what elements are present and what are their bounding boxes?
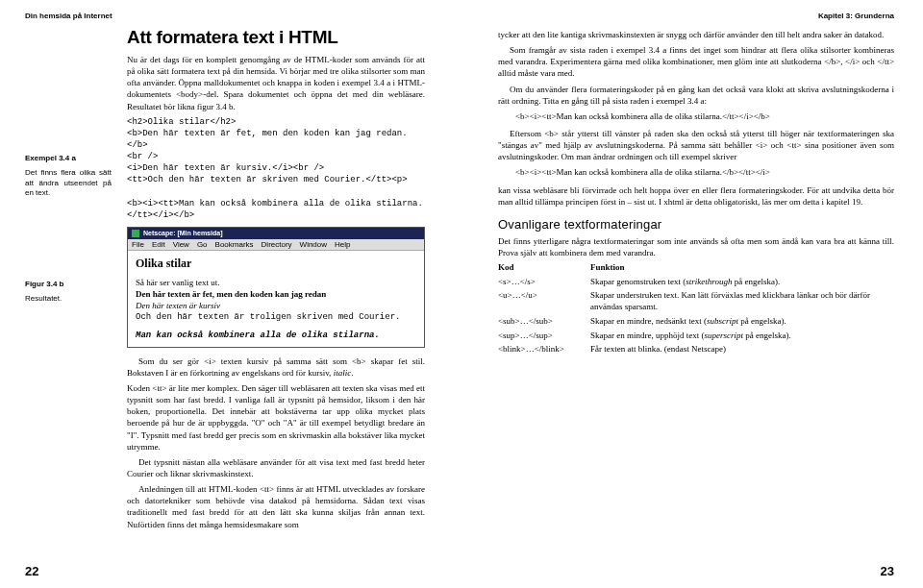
menu-item[interactable]: Window: [300, 240, 327, 249]
body-text: Anledningen till att HTML-koden <tt> fin…: [127, 483, 425, 530]
table-cell: Skapar understruken text. Kan lätt förvä…: [590, 290, 894, 315]
body-text: Det finns ytterligare några textformater…: [498, 235, 894, 258]
menu-item[interactable]: View: [173, 240, 189, 249]
section-heading: Ovanligare textformateringar: [498, 217, 894, 232]
browser-window: Netscape: [Min hemsida] File Edit View G…: [127, 227, 425, 348]
running-head-right: Kapitel 3: Grunderna: [818, 12, 894, 20]
browser-viewport: Olika stilar Så här ser vanlig text ut. …: [128, 251, 424, 347]
table-row: <u>…</u> Skapar understruken text. Kan l…: [498, 290, 894, 315]
text-run: Som du ser gör <i> texten kursiv på samm…: [127, 356, 425, 378]
browser-titlebar: Netscape: [Min hemsida]: [128, 228, 424, 239]
browser-menubar: File Edit View Go Bookmarks Directory Wi…: [128, 239, 424, 251]
menu-item[interactable]: Help: [335, 240, 350, 249]
table-cell: <s>…</s>: [498, 277, 590, 291]
text-run-italic: superscript: [704, 331, 743, 340]
body-text: Koden <tt> är lite mer komplex. Den säge…: [127, 382, 425, 453]
body-text: Nu är det dags för en komplett genomgång…: [127, 54, 425, 112]
margin-note-body: Resultatet.: [25, 294, 112, 305]
text-run-italic: italic: [334, 368, 352, 378]
main-column: Att formatera text i HTML Nu är det dags…: [127, 27, 425, 534]
table-cell: <u>…</u>: [498, 290, 590, 315]
article-heading: Att formatera text i HTML: [127, 27, 425, 48]
app-icon: [132, 230, 139, 237]
table-header: Kod Funktion: [498, 262, 894, 277]
body-text: Som framgår av sista raden i exempel 3.4…: [498, 44, 894, 79]
inline-quote: <b><i><tt>Man kan också kombinera alla d…: [515, 110, 894, 122]
table-header-cell: Funktion: [590, 262, 894, 277]
table-cell: <blink>…</blink>: [498, 344, 590, 358]
text-run: .: [351, 368, 353, 378]
text-run: Skapar en mindre, nedsänkt text (: [590, 316, 707, 326]
text-run: på engelska).: [743, 331, 791, 340]
page-right: Kapitel 3: Grunderna tycker att den lite…: [462, 0, 923, 588]
table-row: <sub>…</sub> Skapar en mindre, nedsänkt …: [498, 316, 894, 331]
margin-note-body: Det finns flera olika sätt att ändra uts…: [25, 168, 112, 199]
table-row: <s>…</s> Skapar genomstruken text (strik…: [498, 277, 894, 291]
window-title: Netscape: [Min hemsida]: [143, 230, 222, 236]
text-run: Skapar genomstruken text (: [590, 277, 686, 286]
body-text: Om du använder flera formateringskoder p…: [498, 84, 894, 107]
page-spread: Din hemsida på Internet Exempel 3.4 a De…: [0, 0, 923, 588]
table-header-cell: Kod: [498, 262, 590, 277]
table-cell: <sub>…</sub>: [498, 316, 590, 331]
table-row: <sup>…</sup> Skapar en mindre, upphöjd t…: [498, 331, 894, 345]
margin-note-title: Figur 3.4 b: [25, 280, 112, 290]
menu-item[interactable]: Edit: [152, 240, 165, 249]
table-cell: <sup>…</sup>: [498, 331, 590, 345]
margin-note-title: Exempel 3.4 a: [25, 154, 112, 164]
body-text: kan vissa webläsare bli förvirrade och h…: [498, 184, 894, 208]
text-run-italic: strikethrough: [686, 277, 732, 286]
code-table: Kod Funktion <s>…</s> Skapar genomstruke…: [498, 262, 894, 358]
body-text: Eftersom <b> står ytterst till vänster p…: [498, 128, 894, 162]
text-run-italic: subscript: [707, 316, 738, 326]
page-left: Din hemsida på Internet Exempel 3.4 a De…: [0, 0, 462, 588]
table-cell: Skapar en mindre, upphöjd text (superscr…: [590, 331, 894, 345]
rendered-line: Och den här texten är troligen skriven m…: [136, 311, 416, 323]
table-cell: Skapar genomstruken text (strikethrough …: [590, 277, 894, 291]
page-number: 23: [881, 564, 894, 578]
menu-item[interactable]: Directory: [262, 240, 292, 249]
running-head-left: Din hemsida på Internet: [25, 12, 112, 20]
rendered-line: Den här texten är fet, men den koden kan…: [136, 288, 416, 300]
menu-item[interactable]: File: [132, 240, 144, 249]
inline-quote: <b><i><tt>Man kan också kombinera alla d…: [515, 166, 894, 178]
body-text: Som du ser gör <i> texten kursiv på samm…: [127, 355, 425, 379]
code-example: <h2>Olika stilar</h2> <b>Den här texten …: [127, 116, 425, 221]
menu-item[interactable]: Bookmarks: [215, 240, 254, 249]
menu-item[interactable]: Go: [197, 240, 208, 249]
table-row: <blink>…</blink> Får texten att blinka. …: [498, 344, 894, 358]
rendered-line: Den här texten är kursiv: [136, 300, 416, 311]
table-cell: Skapar en mindre, nedsänkt text (subscri…: [590, 316, 894, 331]
rendered-line: Så här ser vanlig text ut.: [136, 277, 416, 288]
body-text: tycker att den lite kantiga skrivmaskins…: [498, 29, 894, 40]
text-run: Skapar en mindre, upphöjd text (: [590, 331, 704, 340]
rendered-heading: Olika stilar: [136, 257, 416, 271]
rendered-line: Man kan också kombinera alla de olika st…: [136, 330, 416, 341]
margin-column: Exempel 3.4 a Det finns flera olika sätt…: [25, 27, 112, 534]
page-number: 22: [25, 564, 38, 578]
main-column: tycker att den lite kantiga skrivmaskins…: [498, 27, 894, 358]
text-run: på engelska).: [732, 277, 780, 286]
text-run: på engelska).: [738, 316, 786, 326]
body-text: Det typsnitt nästan alla webläsare använ…: [127, 456, 425, 479]
table-cell: Får texten att blinka. (endast Netscape): [590, 344, 894, 358]
